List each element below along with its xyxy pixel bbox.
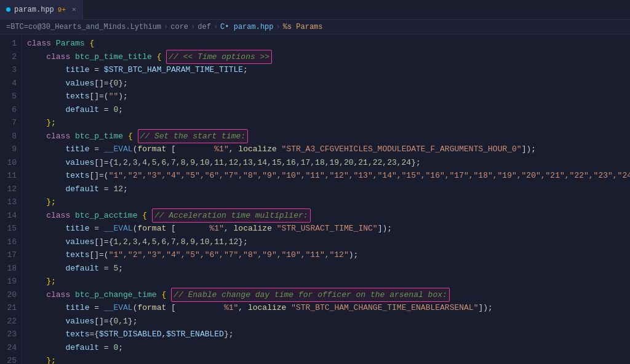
code-line: }; [27,116,630,130]
breadcrumb: =BTC=co@30_Hearts_and_Minds.Lythium › co… [0,20,630,34]
tab-bar: param.hpp 9+ × [0,0,630,20]
breadcrumb-core: core [170,23,188,31]
breadcrumb-class: %s Params [283,23,323,31]
code-line: texts[]=(""); [27,90,630,103]
code-line: title = __EVAL(format [ %1", localize "S… [27,301,630,315]
code-line: class btc_p_change_time { // Enable chan… [27,288,630,302]
code-line: class Params { [27,37,630,50]
code-line: class btc_p_time { // Set the start time… [27,130,630,143]
code-line: }; [27,196,630,209]
code-line: texts[]=("1","2","3","4","5","6","7","8"… [27,248,630,262]
breadcrumb-file: C• param.hpp [220,23,273,31]
code-content: class Params { class btc_p_time_title { … [22,34,630,364]
code-line: default = 12; [27,183,630,196]
code-line: values[]={1,2,3,4,5,6,7,8,9,10,11,12,13,… [27,156,630,170]
code-line: }; [27,354,630,364]
code-line: title = __EVAL(format [ %1", localize "S… [27,143,630,156]
breadcrumb-text: =BTC=co@30_Hearts_and_Minds.Lythium [6,23,161,31]
tab-modified-count: 9+ [58,6,66,14]
code-line: default = 0; [27,341,630,355]
line-numbers: 12345 678910 1112131415 1617181920 21222… [0,34,22,364]
code-line: }; [27,275,630,288]
code-line: texts[]=("1","2","3","4","5","6","7","8"… [27,169,630,183]
breadcrumb-def: def [197,23,211,31]
close-icon[interactable]: × [72,6,76,14]
code-area: 12345 678910 1112131415 1617181920 21222… [0,34,630,364]
code-line: class btc_p_acctime { // Acceleration ti… [27,209,630,223]
tab-dot-icon [6,7,10,12]
code-line: values[]={0,1}; [27,315,630,328]
tab-filename: param.hpp [14,6,54,14]
code-line: default = 0; [27,103,630,117]
code-line: values[]={0}; [27,77,630,90]
code-line: default = 5; [27,262,630,275]
code-line: title = $STR_BTC_HAM_PARAM_TIME_TITLE; [27,63,630,77]
code-line: title = __EVAL(format [ %1", localize "S… [27,222,630,235]
code-line: values[]={1,2,3,4,5,6,7,8,9,10,11,12}; [27,235,630,249]
tab-param-hpp[interactable]: param.hpp 9+ × [0,0,83,20]
code-line: class btc_p_time_title { // << Time opti… [27,50,630,64]
code-line: texts={$STR_DISABLED,$STR_ENABLED}; [27,328,630,341]
